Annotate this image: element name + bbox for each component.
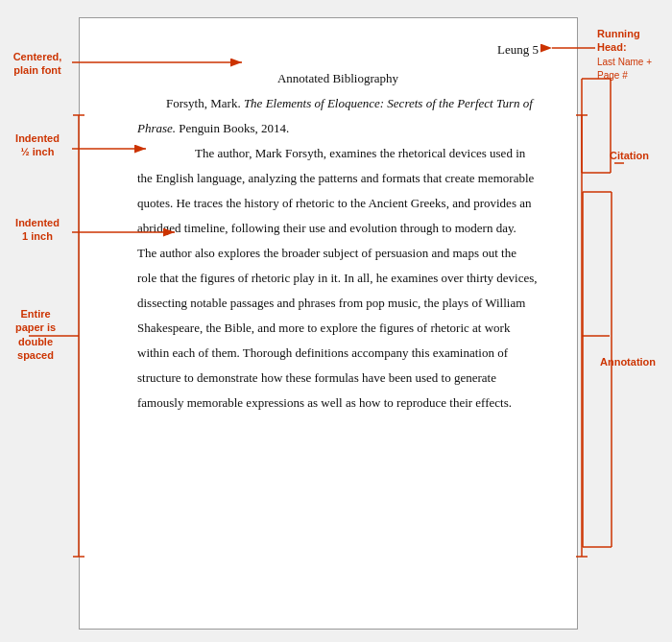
- citation-label: Citation: [610, 149, 672, 162]
- citation-block: Forsyth, Mark. The Elements of Eloquence…: [137, 91, 539, 141]
- citation-publisher: Penguin Books, 2014.: [176, 121, 289, 135]
- running-head-text: Leung 5: [497, 37, 539, 62]
- citation-title: The Elements of Eloquence: Secrets of th…: [244, 96, 533, 110]
- centered-label: Centered,plain font: [2, 50, 73, 78]
- half-inch-label: Indented½ inch: [2, 131, 73, 159]
- running-head-area: Leung 5: [137, 37, 539, 62]
- annotation-block: The author, Mark Forsyth, examines the r…: [137, 141, 539, 416]
- page-frame: Leung 5 Annotated Bibliography Forsyth, …: [79, 17, 578, 630]
- citation-title-cont: Phrase.: [137, 121, 176, 135]
- citation-author: Forsyth, Mark.: [166, 96, 244, 110]
- double-spaced-label: Entirepaper isdoublespaced: [0, 307, 71, 362]
- annotation-text: The author, Mark Forsyth, examines the r…: [137, 146, 538, 410]
- page-content: Leung 5 Annotated Bibliography Forsyth, …: [80, 18, 577, 435]
- running-head-label: RunningHead: Last Name +Page #: [597, 27, 672, 82]
- bibliography-title: Annotated Bibliography: [137, 66, 539, 91]
- one-inch-label: Indented1 inch: [2, 216, 73, 244]
- annotation-label: Annotation: [600, 355, 672, 369]
